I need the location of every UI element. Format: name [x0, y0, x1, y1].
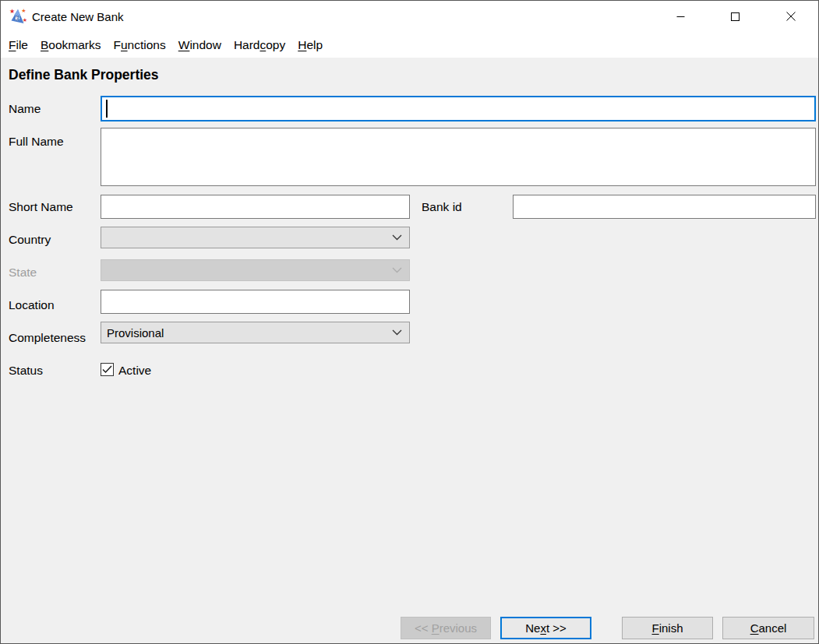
menu-help[interactable]: Help — [291, 32, 329, 58]
minimize-button[interactable] — [662, 1, 698, 32]
menubar: File Bookmarks Functions Window Hardcopy… — [1, 32, 818, 58]
checkmark-icon — [102, 365, 112, 374]
window-title: Create New Bank — [32, 1, 124, 32]
full-name-textarea[interactable] — [101, 128, 816, 186]
country-select[interactable] — [101, 227, 410, 248]
maximize-button[interactable] — [717, 1, 753, 32]
menu-bookmarks[interactable]: Bookmarks — [34, 32, 108, 58]
titlebar: 3 ★ ★ ★ Create New Bank — [1, 1, 818, 32]
chevron-down-icon — [392, 234, 402, 241]
close-button[interactable] — [773, 1, 809, 32]
maximize-icon — [731, 12, 740, 21]
completeness-select[interactable]: Provisional — [101, 322, 410, 343]
completeness-selected-value: Provisional — [107, 326, 164, 340]
bank-id-label: Bank id — [422, 200, 462, 214]
state-select — [101, 259, 410, 281]
chevron-down-icon — [392, 267, 402, 273]
menu-window[interactable]: Window — [172, 32, 228, 58]
svg-text:★: ★ — [9, 8, 15, 15]
full-name-label: Full Name — [9, 135, 64, 149]
country-label: Country — [9, 233, 51, 247]
bank-id-input[interactable] — [513, 195, 816, 219]
minimize-icon — [676, 12, 685, 21]
active-checkbox-label: Active — [118, 364, 151, 378]
close-icon — [786, 12, 796, 21]
text-caret — [106, 100, 108, 118]
chevron-down-icon — [392, 329, 402, 336]
completeness-label: Completeness — [9, 331, 86, 345]
cancel-button[interactable]: Cancel — [722, 617, 814, 639]
page-title: Define Bank Properties — [9, 67, 159, 83]
svg-text:★: ★ — [21, 8, 26, 13]
finish-button[interactable]: Finish — [622, 617, 713, 639]
short-name-input[interactable] — [101, 195, 410, 219]
state-label: State — [9, 266, 37, 280]
previous-button: << Previous — [401, 617, 491, 639]
location-label: Location — [9, 298, 55, 312]
menu-functions[interactable]: Functions — [108, 32, 172, 58]
name-label: Name — [9, 102, 41, 116]
svg-text:★: ★ — [23, 17, 27, 23]
wizard-hat-icon: 3 ★ ★ ★ — [9, 8, 27, 26]
next-button[interactable]: Next >> — [500, 617, 591, 639]
svg-text:3: 3 — [16, 15, 19, 22]
menu-file[interactable]: File — [2, 32, 34, 58]
create-new-bank-window: 3 ★ ★ ★ Create New Bank File Bookmarks F… — [0, 0, 819, 644]
location-input[interactable] — [101, 290, 410, 314]
status-label: Status — [9, 364, 43, 378]
short-name-label: Short Name — [9, 200, 73, 214]
menu-hardcopy[interactable]: Hardcopy — [228, 32, 291, 58]
active-checkbox[interactable] — [101, 363, 114, 376]
name-input[interactable] — [101, 96, 816, 121]
